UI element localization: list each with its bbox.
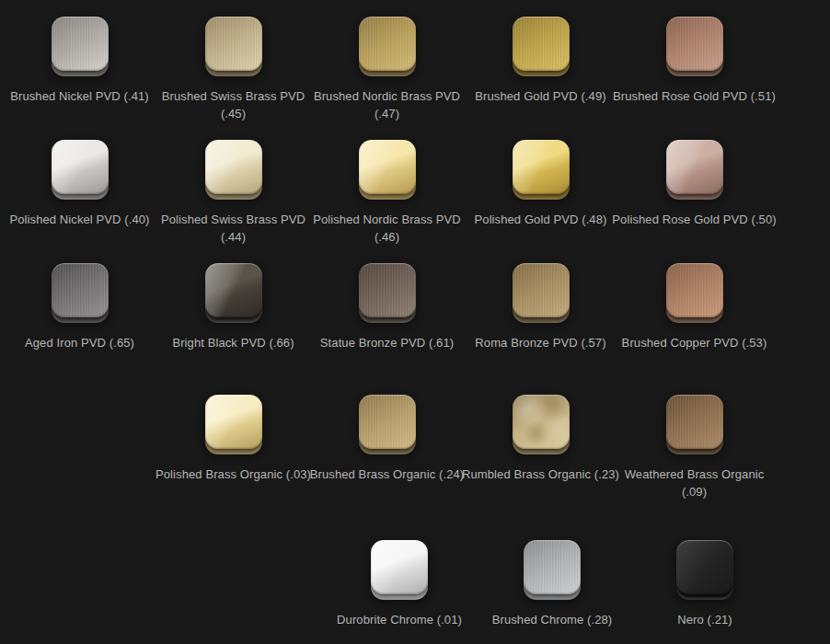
swatch-face xyxy=(666,17,723,71)
finish-swatch-tile[interactable] xyxy=(359,263,416,323)
finish-option-aged-iron-pvd-65[interactable]: Aged Iron PVD (.65) xyxy=(3,263,156,351)
swatch-face xyxy=(359,395,416,449)
finish-swatch-tile[interactable] xyxy=(524,540,581,600)
finish-option-rumbled-brass-organic-23[interactable]: Rumbled Brass Organic (.23) xyxy=(464,395,617,500)
swatch-face xyxy=(52,17,109,71)
swatch-face xyxy=(52,263,109,317)
finish-label: Polished Brass Organic (.03) xyxy=(156,466,311,483)
finish-label-line: Roma Bronze PVD (.57) xyxy=(475,334,605,351)
finish-label: Brushed Copper PVD (.53) xyxy=(622,334,767,351)
finish-label-line: Polished Gold PVD (.48) xyxy=(475,211,607,228)
finish-label-line: Statue Bronze PVD (.61) xyxy=(320,334,454,351)
finish-option-brushed-swiss-brass-pvd-45[interactable]: Brushed Swiss Brass PVD(.45) xyxy=(156,17,310,122)
finish-label-line: Polished Nordic Brass PVD xyxy=(313,211,461,228)
swatch-face xyxy=(205,263,262,317)
finish-label: Brushed Rose Gold PVD (.51) xyxy=(613,87,776,105)
finish-option-polished-rose-gold-pvd-50[interactable]: Polished Rose Gold PVD (.50) xyxy=(617,140,771,246)
finish-label: Brushed Gold PVD (.49) xyxy=(475,87,605,105)
swatch-face xyxy=(371,540,428,594)
finish-swatch-tile[interactable] xyxy=(359,395,416,454)
finish-swatch-tile[interactable] xyxy=(359,17,416,76)
finish-label: Roma Bronze PVD (.57) xyxy=(475,334,605,351)
finish-swatch-tile[interactable] xyxy=(359,140,416,200)
finish-swatch-tile[interactable] xyxy=(676,540,733,600)
finish-option-statue-bronze-pvd-61[interactable]: Statue Bronze PVD (.61) xyxy=(310,263,464,351)
finish-label-line: (.44) xyxy=(161,228,305,246)
finish-option-brushed-gold-pvd-49[interactable]: Brushed Gold PVD (.49) xyxy=(464,17,617,122)
finish-swatch-tile[interactable] xyxy=(52,140,109,200)
swatch-face xyxy=(205,140,262,194)
finish-label-line: Brushed Swiss Brass PVD xyxy=(162,87,305,105)
finish-option-polished-swiss-brass-pvd-44[interactable]: Polished Swiss Brass PVD(.44) xyxy=(156,140,310,246)
finish-swatch-tile[interactable] xyxy=(205,17,262,76)
finish-label-line: (.47) xyxy=(314,105,460,122)
finish-label: Polished Gold PVD (.48) xyxy=(475,211,607,228)
swatch-face xyxy=(359,17,416,71)
finish-swatch-tile[interactable] xyxy=(666,140,723,200)
finish-label: Brushed Brass Organic (.24) xyxy=(310,466,464,483)
finish-swatch-tile[interactable] xyxy=(371,540,428,600)
finish-swatch-tile[interactable] xyxy=(513,395,570,454)
finish-option-polished-brass-organic-03[interactable]: Polished Brass Organic (.03) xyxy=(156,395,310,500)
finish-label: Aged Iron PVD (.65) xyxy=(25,334,134,351)
finish-swatch-tile[interactable] xyxy=(205,395,262,454)
finish-label-line: Polished Rose Gold PVD (.50) xyxy=(612,211,776,228)
finish-label-line: Brushed Nordic Brass PVD xyxy=(314,87,460,105)
finish-option-polished-gold-pvd-48[interactable]: Polished Gold PVD (.48) xyxy=(464,140,617,246)
finish-option-polished-nickel-pvd-40[interactable]: Polished Nickel PVD (.40) xyxy=(3,140,156,246)
finish-swatch-tile[interactable] xyxy=(513,263,570,323)
finish-row-2: Polished Nickel PVD (.40)Polished Swiss … xyxy=(3,140,771,246)
finish-swatch-tile[interactable] xyxy=(513,17,570,76)
finish-option-brushed-brass-organic-24[interactable]: Brushed Brass Organic (.24) xyxy=(310,395,464,500)
finish-option-roma-bronze-pvd-57[interactable]: Roma Bronze PVD (.57) xyxy=(464,263,617,351)
finish-label: Nero (.21) xyxy=(677,611,732,628)
finish-label-line: (.09) xyxy=(625,483,765,500)
swatch-face xyxy=(513,395,570,449)
swatch-face xyxy=(666,140,723,194)
finish-option-brushed-nordic-brass-pvd-47[interactable]: Brushed Nordic Brass PVD(.47) xyxy=(310,17,464,122)
finish-option-polished-nordic-brass-pvd-46[interactable]: Polished Nordic Brass PVD(.46) xyxy=(310,140,464,246)
finish-label: Polished Rose Gold PVD (.50) xyxy=(612,211,776,228)
finish-swatch-tile[interactable] xyxy=(205,140,262,200)
finish-label-line: (.45) xyxy=(162,105,305,122)
finish-option-brushed-chrome-28[interactable]: Brushed Chrome (.28) xyxy=(476,540,628,628)
finish-label-line: Polished Brass Organic (.03) xyxy=(156,466,311,483)
finish-label: Brushed Nordic Brass PVD(.47) xyxy=(314,87,460,122)
finish-swatch-tile[interactable] xyxy=(205,263,262,323)
finish-option-nero-21[interactable]: Nero (.21) xyxy=(628,540,781,628)
finish-label-line: (.46) xyxy=(313,228,461,246)
swatch-face xyxy=(359,263,416,317)
finish-swatch-tile[interactable] xyxy=(666,17,723,76)
finish-row-3: Aged Iron PVD (.65)Bright Black PVD (.66… xyxy=(3,263,771,351)
finish-option-bright-black-pvd-66[interactable]: Bright Black PVD (.66) xyxy=(156,263,310,351)
finish-label-line: Brushed Chrome (.28) xyxy=(492,611,613,628)
finish-label-line: Brushed Gold PVD (.49) xyxy=(475,87,605,105)
swatch-face xyxy=(666,263,723,317)
finish-option-weathered-brass-organic-09[interactable]: Weathered Brass Organic(.09) xyxy=(617,395,771,500)
finish-swatch-tile[interactable] xyxy=(52,17,109,76)
finish-swatch-tile[interactable] xyxy=(52,263,109,323)
finish-row-4: Polished Brass Organic (.03)Brushed Bras… xyxy=(156,395,771,500)
finish-label: Statue Bronze PVD (.61) xyxy=(320,334,454,351)
swatch-face xyxy=(524,540,581,594)
finish-label: Brushed Chrome (.28) xyxy=(492,611,613,628)
finish-label-line: Aged Iron PVD (.65) xyxy=(25,334,134,351)
finish-label: Rumbled Brass Organic (.23) xyxy=(462,466,619,483)
finish-option-durobrite-chrome-01[interactable]: Durobrite Chrome (.01) xyxy=(323,540,476,628)
finish-label-line: Polished Nickel PVD (.40) xyxy=(9,211,149,228)
finish-label: Polished Swiss Brass PVD(.44) xyxy=(161,211,305,246)
finish-label: Brushed Swiss Brass PVD(.45) xyxy=(162,87,305,122)
finish-label-line: Nero (.21) xyxy=(677,611,732,628)
finish-label-line: Brushed Copper PVD (.53) xyxy=(622,334,767,351)
finish-label: Durobrite Chrome (.01) xyxy=(337,611,462,628)
finish-label-line: Durobrite Chrome (.01) xyxy=(337,611,462,628)
finish-option-brushed-copper-pvd-53[interactable]: Brushed Copper PVD (.53) xyxy=(617,263,771,351)
finish-option-brushed-nickel-pvd-41[interactable]: Brushed Nickel PVD (.41) xyxy=(3,17,156,122)
finish-swatch-tile[interactable] xyxy=(666,395,723,454)
finish-label-line: Brushed Rose Gold PVD (.51) xyxy=(613,87,776,105)
finish-label-line: Bright Black PVD (.66) xyxy=(172,334,294,351)
finish-option-brushed-rose-gold-pvd-51[interactable]: Brushed Rose Gold PVD (.51) xyxy=(617,17,771,122)
swatch-face xyxy=(676,540,733,594)
finish-swatch-tile[interactable] xyxy=(513,140,570,200)
finish-swatch-tile[interactable] xyxy=(666,263,723,323)
